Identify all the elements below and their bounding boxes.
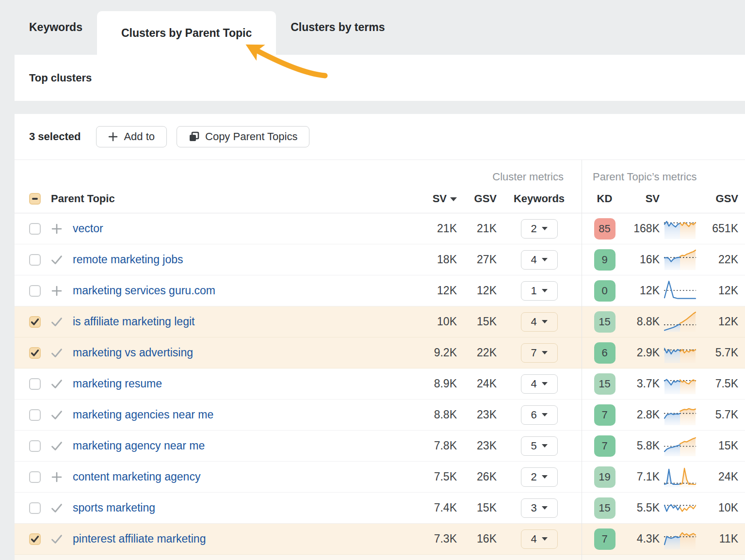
keywords-dropdown[interactable]: 4 xyxy=(521,529,558,549)
check-icon xyxy=(51,316,63,328)
gsv-value: 16K xyxy=(457,532,497,545)
sv-value: 7.3K xyxy=(418,532,457,545)
caret-down-icon xyxy=(542,351,548,354)
column-pt-gsv: GSV xyxy=(700,192,738,205)
check-icon xyxy=(51,347,63,359)
caret-down-icon xyxy=(542,258,548,261)
pt-gsv-value: 22K xyxy=(700,253,738,266)
parent-topic-link[interactable]: remote marketing jobs xyxy=(73,253,183,266)
sv-sparkline xyxy=(660,466,700,488)
table-row: is affiliate marketing legit 10K 15K 4 1… xyxy=(15,306,745,337)
sv-sparkline xyxy=(660,404,700,426)
keywords-dropdown[interactable]: 1 xyxy=(521,281,558,301)
row-checkbox[interactable] xyxy=(29,316,41,328)
check-icon xyxy=(51,533,63,545)
column-keywords: Keywords xyxy=(497,192,582,205)
copy-parent-topics-label: Copy Parent Topics xyxy=(205,130,297,143)
parent-topic-metrics-group-label: Parent Topic’s metrics xyxy=(593,171,696,183)
pt-sv-value: 12K xyxy=(628,284,660,297)
row-checkbox[interactable] xyxy=(29,378,41,390)
caret-down-icon xyxy=(542,289,548,292)
kd-badge: 6 xyxy=(594,342,615,364)
keywords-dropdown[interactable]: 2 xyxy=(521,467,558,487)
parent-topic-link[interactable]: marketing agency near me xyxy=(73,439,205,452)
kd-badge: 7 xyxy=(594,435,615,457)
plus-icon xyxy=(51,285,63,297)
metrics-section-divider xyxy=(582,160,582,560)
pt-sv-value: 168K xyxy=(628,222,660,235)
next-row-partial xyxy=(15,555,745,560)
sv-value: 8.9K xyxy=(418,377,457,390)
selected-count: 3 selected xyxy=(29,130,81,143)
parent-topic-link[interactable]: marketing agencies near me xyxy=(73,408,213,421)
table-body: vector 21K 21K 2 85 168K 651K remote mar… xyxy=(15,213,745,555)
keywords-dropdown[interactable]: 2 xyxy=(521,219,558,239)
parent-topic-link[interactable]: pinterest affiliate marketing xyxy=(73,532,206,545)
kd-badge: 7 xyxy=(594,404,615,426)
row-checkbox[interactable] xyxy=(29,285,41,297)
caret-down-icon xyxy=(542,506,548,510)
select-all-checkbox[interactable] xyxy=(29,193,41,205)
row-checkbox[interactable] xyxy=(29,254,41,266)
tab-keywords[interactable]: Keywords xyxy=(15,21,97,34)
pt-gsv-value: 24K xyxy=(700,470,738,483)
sv-value: 7.8K xyxy=(418,439,457,452)
copy-parent-topics-button[interactable]: Copy Parent Topics xyxy=(177,126,309,147)
column-parent-topic: Parent Topic xyxy=(51,192,115,205)
tab-clusters-by-terms[interactable]: Clusters by terms xyxy=(276,21,399,34)
parent-topic-link[interactable]: sports marketing xyxy=(73,501,155,514)
sv-value: 18K xyxy=(418,253,457,266)
tab-clusters-by-parent-topic[interactable]: Clusters by Parent Topic xyxy=(97,11,276,55)
column-sv-sortable[interactable]: SV xyxy=(418,192,457,205)
kd-badge: 15 xyxy=(594,311,615,333)
kd-badge: 19 xyxy=(594,466,615,488)
parent-topic-link[interactable]: vector xyxy=(73,222,103,235)
keywords-dropdown[interactable]: 6 xyxy=(521,405,558,425)
keywords-dropdown[interactable]: 7 xyxy=(521,343,558,363)
sv-value: 8.8K xyxy=(418,408,457,421)
add-to-button[interactable]: Add to xyxy=(96,126,167,147)
keywords-dropdown[interactable]: 4 xyxy=(521,374,558,394)
keywords-dropdown[interactable]: 4 xyxy=(521,250,558,270)
row-checkbox[interactable] xyxy=(29,533,41,545)
column-gsv: GSV xyxy=(457,192,497,205)
plus-icon xyxy=(108,132,118,142)
table-row: content marketing agency 7.5K 26K 2 19 7… xyxy=(15,462,745,493)
row-checkbox[interactable] xyxy=(29,223,41,235)
keywords-dropdown[interactable]: 5 xyxy=(521,436,558,456)
row-checkbox[interactable] xyxy=(29,440,41,452)
pt-sv-value: 5.8K xyxy=(628,439,660,452)
sv-sparkline xyxy=(660,528,700,550)
row-checkbox[interactable] xyxy=(29,347,41,359)
parent-topic-link[interactable]: marketing vs advertising xyxy=(73,346,193,359)
row-checkbox[interactable] xyxy=(29,502,41,514)
keywords-dropdown[interactable]: 4 xyxy=(521,312,558,332)
pt-gsv-value: 12K xyxy=(700,284,738,297)
gsv-value: 27K xyxy=(457,253,497,266)
sv-sparkline xyxy=(660,249,700,271)
tab-bar: Keywords Clusters by Parent Topic Cluste… xyxy=(0,0,745,55)
kd-badge: 7 xyxy=(594,528,615,550)
caret-down-icon xyxy=(542,227,548,230)
parent-topic-link[interactable]: marketing services guru.com xyxy=(73,284,215,297)
pt-gsv-value: 12K xyxy=(700,315,738,328)
cluster-metrics-group-label: Cluster metrics xyxy=(492,171,564,183)
table-row: marketing services guru.com 12K 12K 1 0 … xyxy=(15,275,745,306)
sv-value: 21K xyxy=(418,222,457,235)
row-checkbox[interactable] xyxy=(29,471,41,483)
parent-topic-link[interactable]: is affiliate marketing legit xyxy=(73,315,194,328)
row-checkbox[interactable] xyxy=(29,409,41,421)
gsv-value: 23K xyxy=(457,439,497,452)
plus-icon xyxy=(51,471,63,483)
caret-down-icon xyxy=(542,475,548,479)
check-icon xyxy=(51,378,63,390)
copy-icon xyxy=(189,131,199,142)
keywords-dropdown[interactable]: 3 xyxy=(521,498,558,518)
parent-topic-link[interactable]: content marketing agency xyxy=(73,470,200,483)
parent-topic-link[interactable]: marketing resume xyxy=(73,377,162,390)
pt-gsv-value: 5.7K xyxy=(700,346,738,359)
pt-sv-value: 16K xyxy=(628,253,660,266)
kd-badge: 15 xyxy=(594,373,615,395)
gsv-value: 22K xyxy=(457,346,497,359)
pt-gsv-value: 15K xyxy=(700,439,738,452)
